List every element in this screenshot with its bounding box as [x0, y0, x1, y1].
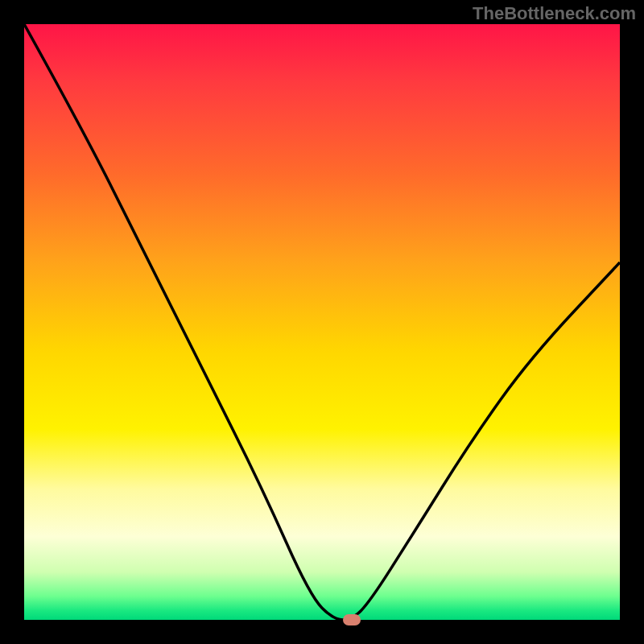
chart-frame	[24, 24, 620, 620]
watermark-text: TheBottleneck.com	[473, 3, 636, 24]
optimal-point-marker	[343, 614, 361, 625]
bottleneck-curve	[24, 24, 620, 620]
